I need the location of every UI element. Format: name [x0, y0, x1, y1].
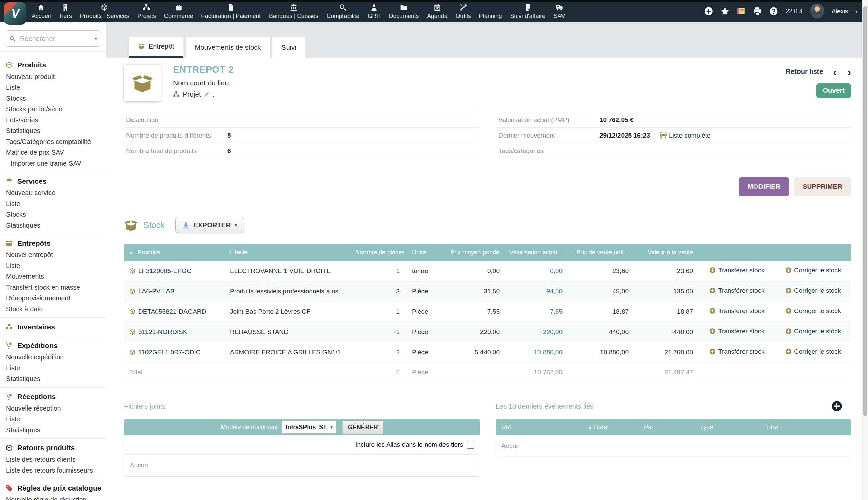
top-nav-documents[interactable]: Documents	[387, 3, 421, 20]
sidebar-item-nouvelle-r-gle-de-r-duction[interactable]: Nouvelle règle de réduction	[0, 494, 106, 500]
top-nav-outils[interactable]: Outils	[454, 3, 472, 20]
next-record-icon[interactable]: ›	[847, 68, 851, 75]
return-to-list-link[interactable]: Retour liste	[786, 68, 823, 76]
transfer-stock-link[interactable]: Transférer stock	[709, 266, 765, 274]
top-nav-banques-caisses[interactable]: Banques | Caisses	[267, 3, 320, 20]
valuation-link[interactable]: 10 880,00	[534, 349, 563, 356]
generate-button[interactable]: GÉNÉRER	[343, 421, 383, 434]
correct-stock-link[interactable]: Corriger le stock	[785, 307, 841, 315]
sidebar-item-stocks-par-lot-s-rie[interactable]: Stocks par lot/série	[0, 104, 106, 114]
add-icon[interactable]	[704, 7, 713, 15]
valuation-link[interactable]: -220,00	[541, 328, 563, 336]
product-ref-link[interactable]: 1102GEL1.0R7-ODIC	[138, 349, 200, 356]
scrollbar[interactable]	[862, 0, 868, 500]
search-input[interactable]	[19, 35, 91, 43]
search-caret-icon[interactable]: ▾	[94, 36, 97, 41]
sidebar-item-liste-des-retours-clients[interactable]: Liste des retours clients	[0, 454, 106, 465]
column-header-nombre-de-pi-ces[interactable]: Nombre de pièces	[351, 249, 404, 256]
sidebar-item-nouvelle-r-ception[interactable]: Nouvelle réception	[0, 403, 106, 413]
sidebar-item-stock-date[interactable]: Stock à date	[0, 304, 106, 314]
column-header-valeur-la-vente[interactable]: Valeur à la vente	[633, 249, 697, 256]
alias-checkbox[interactable]	[467, 441, 474, 448]
top-nav-tiers[interactable]: Tiers	[57, 3, 73, 20]
correct-stock-link[interactable]: Corriger le stock	[785, 328, 841, 335]
events-column-r-f[interactable]: Réf.	[496, 424, 582, 431]
transfer-stock-link[interactable]: Transférer stock	[709, 287, 765, 294]
top-nav-commerce[interactable]: Commerce	[163, 3, 195, 20]
transfer-stock-link[interactable]: Transférer stock	[709, 307, 765, 315]
sidebar-item-r-approvisionnement[interactable]: Réapprovisionnement	[0, 293, 106, 304]
top-nav-comptabilit[interactable]: Comptabilité	[325, 3, 361, 20]
top-nav-accueil[interactable]: Accueil	[30, 3, 52, 20]
sidebar-item-nouveau-service[interactable]: Nouveau service	[0, 188, 106, 198]
modify-button[interactable]: MODIFIER	[739, 177, 789, 196]
tab-entrep-t[interactable]: Entrepôt	[129, 37, 183, 58]
column-header-unit[interactable]: Unité	[404, 249, 446, 256]
bookmark-icon[interactable]	[721, 7, 729, 15]
sidebar-item-liste[interactable]: Liste	[0, 260, 106, 271]
sidebar-item-liste[interactable]: Liste	[0, 413, 106, 424]
sidebar-item-stocks[interactable]: Stocks	[0, 209, 106, 220]
correct-stock-link[interactable]: Corriger le stock	[785, 266, 841, 274]
add-event-icon[interactable]	[831, 401, 842, 412]
sidebar-item-nouveau-produit[interactable]: Nouveau produit	[0, 71, 106, 82]
sidebar-item-statistiques[interactable]: Statistiques	[0, 424, 106, 435]
sidebar-item-tags-cat-gories-comptabilit[interactable]: Tags/Catégories comptabilité	[0, 136, 106, 147]
top-nav-projets[interactable]: Projets	[136, 3, 157, 20]
valuation-link[interactable]: 0,00	[550, 267, 563, 274]
sidebar-item-stocks[interactable]: Stocks	[0, 93, 106, 104]
valuation-link[interactable]: 7,55	[550, 308, 563, 315]
sidebar-section-title[interactable]: Entrepôts	[0, 237, 106, 249]
product-ref-link[interactable]: 31121-NORDISK	[138, 328, 187, 336]
sidebar-section-title[interactable]: Expéditions	[0, 339, 106, 352]
transfer-stock-link[interactable]: Transférer stock	[709, 328, 765, 335]
column-header-prix-moyen-pond[interactable]: Prix moyen pondé...	[446, 249, 504, 256]
sidebar-item-liste-des-retours-fournisseurs[interactable]: Liste des retours fournisseurs	[0, 465, 106, 476]
events-column-date[interactable]: ▲Date	[582, 424, 638, 431]
correct-stock-link[interactable]: Corriger le stock	[785, 287, 841, 294]
sidebar-section-title[interactable]: Produits	[0, 59, 106, 71]
column-header-produits[interactable]: ▲Produits	[124, 249, 226, 256]
tab-suivi[interactable]: Suivi	[272, 37, 305, 58]
sidebar-section-title[interactable]: Inventaires	[0, 321, 106, 333]
sidebar-item-liste[interactable]: Liste	[0, 82, 106, 93]
product-ref-link[interactable]: LF3120005-EPGC	[138, 267, 191, 275]
notes-icon[interactable]	[737, 7, 746, 15]
sidebar-item-liste[interactable]: Liste	[0, 198, 106, 209]
events-column-par[interactable]: Par	[638, 424, 694, 431]
doc-model-select[interactable]: InfraSPlus_ST ▾	[282, 421, 336, 434]
top-nav-facturation-paiement[interactable]: Facturation | Paiement	[199, 3, 263, 20]
sidebar-item-transfert-stock-en-masse[interactable]: Transfert stock en masse	[0, 282, 106, 293]
top-nav-grh[interactable]: GRH	[366, 3, 382, 20]
help-icon[interactable]	[769, 7, 778, 15]
sidebar-item-statistiques[interactable]: Statistiques	[0, 373, 106, 384]
sidebar-item-liste[interactable]: Liste	[0, 363, 106, 373]
sidebar-section-title[interactable]: Règles de prix catalogue	[0, 482, 106, 494]
delete-button[interactable]: SUPPRIMER	[794, 177, 851, 196]
sidebar-section-title[interactable]: Réceptions	[0, 390, 106, 403]
top-nav-planning[interactable]: Planning	[477, 3, 503, 20]
sidebar-item-nouvel-entrep-t[interactable]: Nouvel entrepôt	[0, 249, 106, 260]
column-header-valorisation-achat[interactable]: Valorisation achat...	[504, 249, 567, 256]
sidebar-item-mouvements[interactable]: Mouvements	[0, 271, 106, 282]
chevron-down-icon[interactable]: ▾	[855, 9, 858, 14]
pencil-icon[interactable]	[204, 91, 210, 97]
prev-record-icon[interactable]: ‹	[833, 68, 837, 75]
sidebar-item-lots-s-ries[interactable]: Lots/séries	[0, 114, 106, 125]
sidebar-section-title[interactable]: Services	[0, 175, 106, 188]
valuation-link[interactable]: 94,50	[546, 287, 563, 295]
sidebar-section-title[interactable]: Retours produits	[0, 442, 106, 454]
print-icon[interactable]	[753, 7, 762, 15]
sidebar-item-matrice-de-prix-sav[interactable]: Matrice de prix SAV	[0, 147, 106, 158]
column-header-libell[interactable]: Libellé	[226, 249, 351, 256]
events-column-type[interactable]: Type	[694, 424, 760, 431]
user-name[interactable]: Alexis	[832, 8, 848, 15]
sidebar-item-statistiques[interactable]: Statistiques	[0, 125, 106, 136]
full-list-link[interactable]: Liste complète	[669, 132, 711, 139]
export-button[interactable]: EXPORTER ▾	[175, 217, 244, 233]
transfer-stock-link[interactable]: Transférer stock	[709, 348, 765, 355]
correct-stock-link[interactable]: Corriger le stock	[785, 348, 841, 355]
top-nav-suivi-d-affaire[interactable]: Suivi d'affaire	[509, 3, 547, 20]
events-column-titre[interactable]: Titre	[760, 424, 851, 431]
avatar[interactable]	[810, 4, 824, 18]
